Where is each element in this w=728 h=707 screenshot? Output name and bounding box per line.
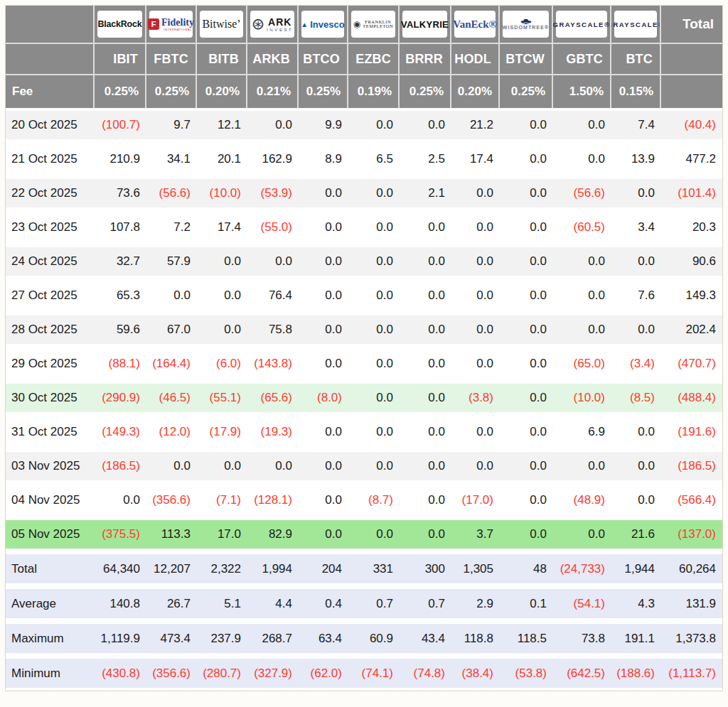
value-cell: 12.1 — [197, 108, 247, 142]
value-cell: (143.8) — [247, 347, 299, 381]
row-total-cell: 90.6 — [661, 244, 722, 279]
summary-total-cell: 60,264 — [661, 551, 722, 586]
summary-total-cell: 1,373.8 — [661, 621, 722, 656]
value-cell: (56.6) — [146, 176, 197, 210]
summary-label: Average — [6, 586, 95, 621]
fidelity-logo-text: Fidelity — [161, 18, 194, 28]
bitwise-logo: Bitwise’ — [200, 11, 243, 38]
table-row: 21 Oct 2025210.934.120.1162.98.96.52.517… — [6, 142, 722, 176]
row-total-cell: 202.4 — [661, 313, 722, 347]
value-cell: 0.0 — [611, 244, 661, 279]
value-cell: 0.0 — [348, 517, 400, 551]
ticker-hodl: HODL — [451, 44, 500, 75]
value-cell: 0.0 — [553, 449, 611, 483]
value-cell: 0.0 — [553, 108, 611, 142]
summary-value-cell: 60.9 — [348, 621, 400, 656]
value-cell: 0.0 — [500, 279, 553, 313]
summary-label: Minimum — [6, 656, 95, 691]
value-cell: 0.0 — [247, 244, 299, 279]
invesco-icon: ▲ — [301, 21, 308, 28]
summary-value-cell: (38.4) — [451, 656, 500, 691]
value-cell: (128.1) — [247, 483, 299, 517]
value-cell: 34.1 — [146, 142, 197, 176]
valkyrie-logo-text: VALKYRIE — [401, 19, 449, 30]
value-cell: (164.4) — [146, 347, 197, 381]
bitwise-logo-text: Bitwise’ — [202, 18, 240, 31]
value-cell: 0.0 — [500, 449, 553, 483]
fee-fbtc: 0.25% — [146, 75, 197, 108]
value-cell: 76.4 — [247, 279, 299, 313]
table-row: 22 Oct 202573.6(56.6)(10.0)(53.9)0.00.02… — [6, 176, 722, 210]
value-cell: (6.0) — [197, 347, 247, 381]
franklin-logo-stack: FRANKLINTEMPLETON — [363, 20, 393, 29]
value-cell: 0.0 — [553, 142, 611, 176]
fee-gbtc: 1.50% — [553, 75, 611, 108]
franklin-icon: ◉ — [353, 19, 360, 29]
fee-btc: 0.15% — [611, 75, 661, 108]
date-cell: 21 Oct 2025 — [6, 142, 95, 176]
value-cell: 0.0 — [400, 279, 451, 313]
fidelity-logo-stack: FidelityINTERNATIONAL — [161, 18, 194, 31]
value-cell: (10.0) — [553, 381, 611, 415]
value-cell: (17.0) — [451, 483, 500, 517]
ticker-brrr: BRRR — [400, 44, 451, 75]
value-cell: 0.0 — [299, 244, 348, 279]
ticker-ibit: IBIT — [95, 44, 146, 75]
table-body: 20 Oct 2025(100.7)9.712.10.09.90.00.021.… — [6, 108, 722, 551]
value-cell: (56.6) — [553, 176, 611, 210]
value-cell: 0.0 — [400, 244, 451, 279]
grayscale-gbtc-logo-text: GRAYSCALE® — [553, 21, 610, 28]
row-total-cell: (40.4) — [661, 108, 722, 142]
value-cell: (55.0) — [247, 210, 299, 244]
value-cell: 113.3 — [146, 517, 197, 551]
value-cell: 0.0 — [299, 347, 348, 381]
summary-value-cell: 4.4 — [247, 586, 299, 621]
date-cell: 29 Oct 2025 — [6, 347, 95, 381]
value-cell: 0.0 — [348, 279, 400, 313]
value-cell: 65.3 — [95, 279, 146, 313]
value-cell: 0.0 — [451, 415, 500, 449]
wisdomtree-logo-cell: ♣WISDOMTREE® — [500, 6, 553, 44]
value-cell: 0.0 — [348, 108, 400, 142]
value-cell: 9.9 — [299, 108, 348, 142]
value-cell: 0.0 — [500, 347, 553, 381]
summary-label: Maximum — [6, 621, 95, 656]
value-cell: 0.0 — [451, 313, 500, 347]
row-total-cell: 477.2 — [661, 142, 722, 176]
value-cell: 0.0 — [197, 279, 247, 313]
value-cell: 0.0 — [611, 176, 661, 210]
value-cell: 0.0 — [348, 415, 400, 449]
value-cell: 0.0 — [553, 244, 611, 279]
fee-hodl: 0.20% — [451, 75, 500, 108]
ticker-btc: BTC — [611, 44, 661, 75]
ticker-fbtc: FBTC — [146, 44, 197, 75]
value-cell: (149.3) — [95, 415, 146, 449]
summary-value-cell: 48 — [500, 551, 553, 586]
valkyrie-logo-cell: VALKYRIE — [400, 6, 451, 44]
valkyrie-logo: VALKYRIE — [402, 11, 447, 38]
summary-row: Total64,34012,2072,3221,9942043313001,30… — [6, 551, 722, 586]
blackrock-logo-text: BlackRock — [97, 19, 141, 29]
fee-ezbc: 0.19% — [348, 75, 400, 108]
invesco-logo: ▲Invesco — [301, 11, 344, 38]
value-cell: 7.4 — [611, 108, 661, 142]
value-cell: 0.0 — [553, 313, 611, 347]
value-cell: (290.9) — [95, 381, 146, 415]
value-cell: (12.0) — [146, 415, 197, 449]
row-total-cell: 20.3 — [661, 210, 722, 244]
value-cell: 0.0 — [611, 483, 661, 517]
value-cell: 0.0 — [451, 244, 500, 279]
value-cell: (8.5) — [611, 381, 661, 415]
ticker-bitb: BITB — [197, 44, 247, 75]
value-cell: (100.7) — [95, 108, 146, 142]
row-total-cell: (488.4) — [661, 381, 722, 415]
row-total-cell: (470.7) — [661, 347, 722, 381]
vaneck-logo-cell: VanEck® — [451, 6, 500, 44]
value-cell: 0.0 — [500, 415, 553, 449]
value-cell: 0.0 — [400, 210, 451, 244]
value-cell: 0.0 — [400, 347, 451, 381]
invesco-logo-cell: ▲Invesco — [299, 6, 348, 44]
summary-value-cell: 73.8 — [553, 621, 611, 656]
summary-value-cell: 1,119.9 — [95, 621, 146, 656]
summary-value-cell: (54.1) — [553, 586, 611, 621]
